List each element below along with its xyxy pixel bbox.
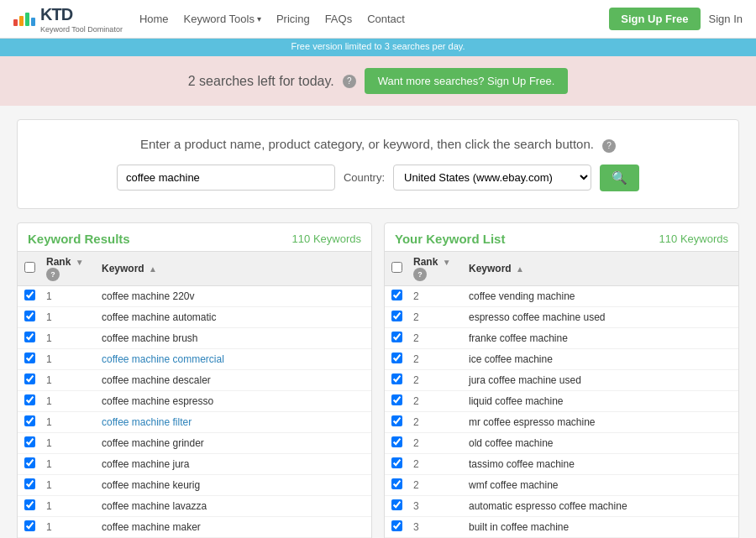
row-checkbox[interactable] [391,499,402,510]
row-checkbox[interactable] [24,290,35,300]
row-keyword: built in coffee machine [469,521,732,533]
row-checkbox[interactable] [391,394,402,405]
main-content: Keyword Results 110 Keywords Rank ▼ ? Ke… [8,222,748,539]
row-rank: 1 [46,395,97,407]
alert-bar: 2 searches left for today. ? Want more s… [0,54,756,106]
table-row: 1 coffee machine lavazza [18,496,371,517]
signin-link[interactable]: Sign In [709,13,743,25]
keyword-sort-icon[interactable]: ▲ [149,264,157,274]
row-rank: 1 [46,479,97,491]
row-rank: 3 [413,500,464,512]
nav-pricing[interactable]: Pricing [276,13,310,25]
row-keyword: tassimo coffee machine [469,458,732,470]
row-checkbox[interactable] [391,457,402,468]
row-rank: 2 [413,479,464,491]
country-label: Country: [344,171,385,184]
alert-help-icon[interactable]: ? [343,75,356,88]
your-keywords-body: 2 coffee vending machine 2 espresso coff… [385,286,738,539]
row-rank: 1 [46,458,97,470]
row-checkbox[interactable] [24,373,35,384]
navbar: KTD Keyword Tool Dominator Home Keyword … [0,0,756,39]
row-rank: 2 [413,332,464,344]
signup-button[interactable]: Sign Up Free [609,8,700,30]
row-rank: 1 [46,290,97,302]
row-checkbox[interactable] [391,290,402,300]
table-row: 2 coffee vending machine [385,286,738,307]
alert-text: 2 searches left for today. [188,74,334,89]
your-keywords-count: 110 Keywords [659,232,728,245]
search-help-icon[interactable]: ? [602,139,616,153]
row-keyword: mr coffee espresso machine [469,416,732,428]
logo-icon [13,13,35,26]
your-keywords-header: Your Keyword List 110 Keywords [385,223,738,251]
row-checkbox[interactable] [391,520,402,531]
row-checkbox[interactable] [24,478,35,489]
row-checkbox[interactable] [24,520,35,531]
nav-contact[interactable]: Contact [367,13,405,25]
row-checkbox[interactable] [24,311,35,321]
table-row: 1 coffee machine espresso [18,391,371,412]
row-keyword: coffee machine lavazza [102,500,365,512]
row-keyword: coffee machine brush [102,332,365,344]
row-checkbox[interactable] [24,353,35,363]
table-row: 3 built in coffee machine [385,517,738,538]
row-keyword: coffee machine grinder [102,437,365,449]
rank-sort-icon[interactable]: ▼ [76,258,84,267]
nav-home[interactable]: Home [139,13,169,25]
row-checkbox[interactable] [391,436,402,447]
row-rank: 2 [413,458,464,470]
country-select[interactable]: United States (www.ebay.com) United King… [393,165,591,191]
row-checkbox[interactable] [391,415,402,426]
row-checkbox[interactable] [391,332,402,342]
row-keyword: coffee machine jura [102,458,365,470]
row-checkbox[interactable] [24,415,35,426]
row-keyword: coffee machine espresso [102,395,365,407]
rank-help-icon[interactable]: ? [46,268,60,281]
row-keyword: coffee machine commercial [102,353,365,365]
keyword-col-header: Keyword ▲ [102,263,365,274]
keyword-link[interactable]: coffee machine commercial [102,353,224,365]
row-checkbox[interactable] [24,394,35,405]
row-rank: 1 [46,500,97,512]
table-row: 1 coffee machine 220v [18,286,371,307]
brand-sub: Keyword Tool Dominator [40,26,123,34]
row-checkbox[interactable] [391,478,402,489]
nav-faqs[interactable]: FAQs [325,13,353,25]
row-rank: 2 [413,416,464,428]
table-row: 1 coffee machine filter [18,412,371,433]
row-keyword: coffee machine filter [102,416,365,428]
table-row: 1 coffee machine commercial [18,349,371,370]
keyword-link[interactable]: coffee machine filter [102,416,192,428]
nav-keyword-tools[interactable]: Keyword Tools ▾ [184,13,261,25]
row-rank: 2 [413,353,464,365]
row-rank: 1 [46,416,97,428]
table-row: 1 coffee machine jura [18,454,371,475]
rank-col-header: Rank ▼ ? [46,256,97,281]
row-checkbox[interactable] [24,499,35,510]
alert-cta-button[interactable]: Want more searches? Sign Up Free. [365,68,569,94]
table-row: 1 coffee machine descaler [18,370,371,391]
chevron-down-icon: ▾ [257,14,261,24]
row-checkbox[interactable] [24,436,35,447]
yourkw-rank-help-icon[interactable]: ? [413,268,427,281]
select-all-results-checkbox[interactable] [24,262,35,273]
search-label: Enter a product name, product category, … [43,137,713,153]
row-rank: 1 [46,437,97,449]
search-button[interactable]: 🔍 [600,165,639,191]
row-keyword: old coffee machine [469,437,732,449]
yourkw-rank-col-header: Rank ▼ ? [413,256,464,281]
yourkw-rank-sort-icon[interactable]: ▼ [443,258,451,267]
row-checkbox[interactable] [391,353,402,363]
row-checkbox[interactable] [24,332,35,342]
search-input[interactable] [117,165,335,191]
row-keyword: coffee machine maker [102,521,365,533]
select-all-yourkw-checkbox[interactable] [391,262,402,273]
your-keywords-panel: Your Keyword List 110 Keywords Rank ▼ ? … [384,222,739,539]
row-checkbox[interactable] [24,457,35,468]
row-rank: 2 [413,395,464,407]
table-row: 2 liquid coffee machine [385,391,738,412]
row-checkbox[interactable] [391,311,402,321]
row-checkbox[interactable] [391,373,402,384]
table-row: 1 coffee machine maker [18,517,371,538]
yourkw-keyword-sort-icon[interactable]: ▲ [516,264,524,274]
